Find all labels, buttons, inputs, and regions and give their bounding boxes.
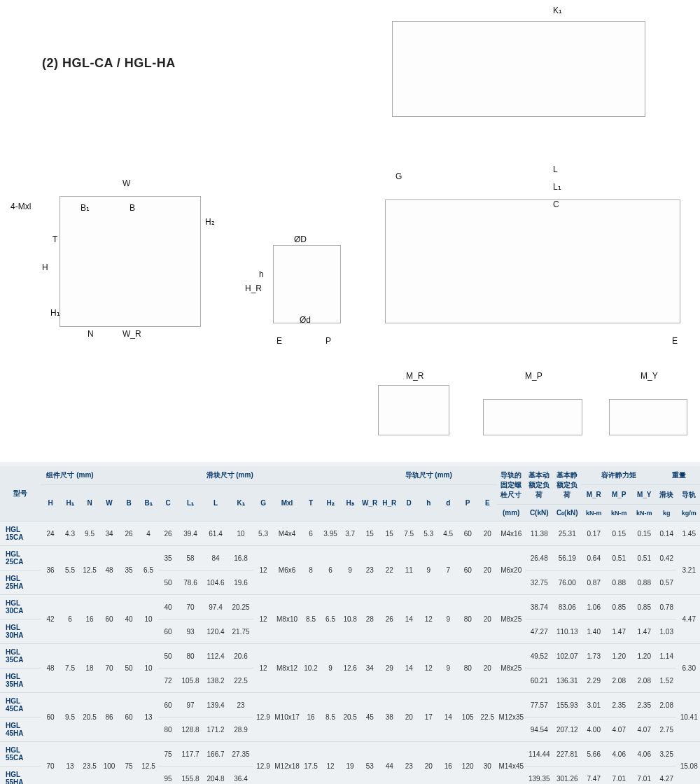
- c-D: D: [399, 485, 419, 522]
- cell-model: HGL 35CA: [0, 644, 41, 668]
- cell-bolt: M12x35: [497, 693, 525, 742]
- cell-C0kN: 76.00: [553, 570, 581, 595]
- cell-E: 20: [477, 546, 497, 595]
- cell-K1: 10: [228, 522, 253, 546]
- cell-T: 6: [301, 522, 321, 546]
- cell-C: 75: [158, 742, 178, 766]
- cell-h: 17: [419, 693, 438, 742]
- cell-G: 12: [253, 644, 273, 693]
- cell-Mxl: M4x4: [273, 522, 301, 546]
- cell-L: 104.6: [203, 570, 228, 595]
- cell-C: 35: [158, 546, 178, 570]
- dim-mxl: 4-Mxl: [10, 202, 31, 211]
- cell-L1: 97: [178, 693, 203, 718]
- cell-H2: 3.95: [321, 522, 340, 546]
- c-wb: 滑块: [657, 485, 676, 505]
- cell-H2: 12: [321, 742, 340, 785]
- cell-N: 16: [80, 595, 99, 644]
- cell-H2: 8.5: [321, 693, 340, 742]
- cell-E: 30: [477, 742, 497, 785]
- dim-hr: H_R: [245, 284, 262, 293]
- cell-H2: 6: [321, 546, 340, 595]
- cell-W: 48: [99, 546, 119, 595]
- cell-MY: 2.08: [631, 668, 657, 693]
- c-N: N: [80, 485, 99, 522]
- table-body: HGL 15CA244.39.5342642639.461.4105.3M4x4…: [0, 522, 700, 785]
- cell-MY: 0.88: [631, 570, 657, 595]
- cell-L: 84: [203, 546, 228, 570]
- cell-C0kN: 110.13: [553, 620, 581, 644]
- cell-wb: 0.78: [657, 595, 676, 620]
- dim-h2: H₂: [205, 217, 215, 227]
- cell-K1: 22.5: [228, 668, 253, 693]
- cell-C0kN: 136.31: [553, 668, 581, 693]
- dim-my: M_Y: [640, 371, 658, 381]
- c-T: T: [301, 485, 321, 522]
- cell-H1: 9.5: [60, 693, 80, 742]
- cell-P: 120: [458, 742, 477, 785]
- cell-G: 5.3: [253, 522, 273, 546]
- cell-C0kN: 207.12: [553, 718, 581, 742]
- cell-model: HGL 55HA: [0, 766, 41, 785]
- cell-E: 20: [477, 644, 497, 693]
- cell-MR: 1.73: [581, 644, 606, 668]
- cell-model: HGL 35HA: [0, 668, 41, 693]
- table-row: HGL 30CA42616604010407097.420.2512M8x108…: [0, 595, 700, 620]
- dim-mp: M_P: [525, 371, 542, 381]
- dim-mr: M_R: [406, 371, 424, 381]
- cell-model: HGL 45CA: [0, 693, 41, 718]
- dim-p: P: [326, 336, 331, 346]
- cell-W: 60: [99, 595, 119, 644]
- cell-L: 97.4: [203, 595, 228, 620]
- cell-N: 18: [80, 644, 99, 693]
- cell-WR: 45: [360, 693, 379, 742]
- cell-CkN: 32.75: [525, 570, 553, 595]
- cell-WR: 28: [360, 595, 379, 644]
- grp-dyn: 基本动额定负荷: [525, 466, 553, 505]
- diagram-side-view: [385, 200, 680, 323]
- cell-wb: 1.14: [657, 644, 676, 668]
- cell-C: 95: [158, 766, 178, 785]
- c-wr: 导轨: [676, 485, 700, 505]
- cell-K1: 21.75: [228, 620, 253, 644]
- cell-C: 40: [158, 595, 178, 620]
- cell-MY: 2.35: [631, 693, 657, 718]
- dim-g: G: [396, 172, 402, 181]
- cell-MR: 0.87: [581, 570, 606, 595]
- cell-Mxl: M10x17: [273, 693, 301, 742]
- cell-G: 12: [253, 546, 273, 595]
- cell-W: 34: [99, 522, 119, 546]
- c-K1: K₁: [228, 485, 253, 522]
- cell-WR: 23: [360, 546, 379, 595]
- cell-P: 80: [458, 644, 477, 693]
- spec-table-container: 型号 组件尺寸 (mm) 滑块尺寸 (mm) 导轨尺寸 (mm) 导轨的固定螺栓…: [0, 462, 700, 784]
- cell-T: 10.2: [301, 644, 321, 693]
- cell-K1: 28.9: [228, 718, 253, 742]
- c-L: L: [203, 485, 228, 522]
- cell-L1: 93: [178, 620, 203, 644]
- cell-CkN: 11.38: [525, 522, 553, 546]
- cell-L1: 155.8: [178, 766, 203, 785]
- cell-K1: 16.8: [228, 546, 253, 570]
- cell-WR: 15: [360, 522, 379, 546]
- cell-C0kN: 301.26: [553, 766, 581, 785]
- cell-H2: 9: [321, 644, 340, 693]
- cell-N: 12.5: [80, 546, 99, 595]
- cell-model: HGL 25CA: [0, 546, 41, 570]
- cell-K1: 36.4: [228, 766, 253, 785]
- grp-assembly: 组件尺寸 (mm): [41, 466, 99, 485]
- cell-wb: 0.42: [657, 546, 676, 570]
- c-C0kN: C₀(kN): [553, 505, 581, 522]
- cell-L1: 128.8: [178, 718, 203, 742]
- cell-h: 12: [419, 595, 438, 644]
- cell-h: 12: [419, 644, 438, 693]
- cell-G: 12.9: [253, 742, 273, 785]
- table-row: HGL 35CA487.5187050105080112.420.612M8x1…: [0, 644, 700, 668]
- cell-L: 61.4: [203, 522, 228, 546]
- cell-E: 22.5: [477, 693, 497, 742]
- cell-HR: 22: [379, 546, 399, 595]
- cell-H1: 13: [60, 742, 80, 785]
- diagram-top-view: [392, 21, 645, 117]
- cell-MY: 0.85: [631, 595, 657, 620]
- dim-l1: L₁: [553, 182, 561, 192]
